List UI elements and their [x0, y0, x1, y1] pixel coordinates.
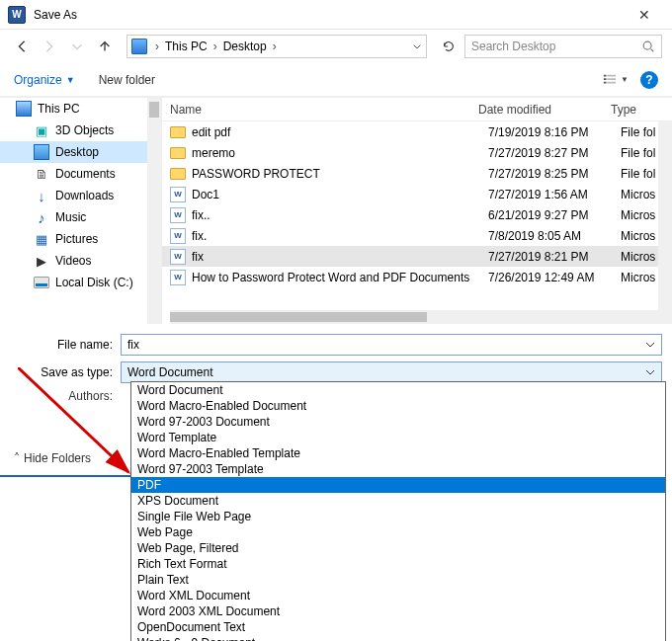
saveas-option[interactable]: Word Macro-Enabled Document: [131, 398, 665, 414]
saveas-option[interactable]: Single File Web Page: [131, 509, 665, 524]
saveas-type-select[interactable]: Word Document: [121, 361, 662, 383]
saveas-option[interactable]: Plain Text: [131, 572, 665, 588]
tree-label: Desktop: [55, 145, 99, 159]
vertical-scrollbar[interactable]: [658, 121, 672, 324]
saveas-option[interactable]: Word 97-2003 Document: [131, 414, 665, 430]
hide-folders-button[interactable]: ˄ Hide Folders: [14, 451, 91, 465]
nav-bar: › This PC › Desktop › Search Desktop: [0, 30, 672, 63]
tree-item-3d-objects[interactable]: ▣ 3D Objects: [0, 120, 161, 141]
tree-item-this-pc[interactable]: This PC: [0, 98, 161, 120]
tree-item-documents[interactable]: 🗎 Documents: [0, 163, 161, 185]
organize-button[interactable]: Organize ▼: [14, 73, 75, 87]
svg-rect-1: [604, 74, 607, 76]
breadcrumb-segment-desktop[interactable]: Desktop: [221, 40, 269, 53]
word-app-icon: W: [8, 6, 26, 24]
tree-label: This PC: [38, 102, 80, 116]
saveas-option[interactable]: Word 97-2003 Template: [131, 461, 665, 477]
file-row[interactable]: PASSWORD PROTECT7/27/2019 8:25 PMFile fo…: [162, 163, 672, 184]
file-row[interactable]: Wfix7/27/2019 8:21 PMMicros: [162, 246, 672, 267]
saveas-option[interactable]: Rich Text Format: [131, 556, 665, 572]
saveas-option[interactable]: Web Page: [131, 524, 665, 540]
saveas-label: Save as type:: [30, 365, 121, 379]
chevron-right-icon: ›: [211, 40, 219, 53]
tree-item-downloads[interactable]: ↓ Downloads: [0, 185, 161, 206]
refresh-icon: [442, 40, 456, 53]
refresh-button[interactable]: [437, 35, 461, 58]
word-doc-icon: W: [170, 249, 186, 265]
title-bar: W Save As ✕: [0, 0, 672, 30]
tree-item-music[interactable]: ♪ Music: [0, 206, 161, 228]
file-name: fix..: [192, 208, 488, 222]
header-type[interactable]: Type: [611, 103, 672, 117]
tree-item-desktop[interactable]: Desktop: [0, 141, 161, 163]
folder-icon: [170, 126, 186, 138]
saveas-option[interactable]: Word XML Document: [131, 588, 665, 603]
file-date: 7/19/2019 8:16 PM: [488, 125, 621, 139]
svg-rect-6: [607, 81, 616, 83]
header-date[interactable]: Date modified: [478, 103, 611, 117]
file-row[interactable]: WDoc17/27/2019 1:56 AMMicros: [162, 184, 672, 204]
breadcrumb[interactable]: › This PC › Desktop ›: [126, 35, 427, 58]
saveas-option[interactable]: PDF: [131, 477, 665, 493]
search-input[interactable]: Search Desktop: [464, 35, 662, 58]
recent-dropdown[interactable]: [65, 35, 89, 58]
chevron-down-icon[interactable]: [645, 340, 655, 350]
svg-rect-5: [604, 81, 607, 83]
filename-input[interactable]: fix: [121, 334, 662, 356]
saveas-option[interactable]: OpenDocument Text: [131, 619, 665, 635]
saveas-option[interactable]: XPS Document: [131, 493, 665, 509]
word-doc-icon: W: [170, 270, 186, 285]
horizontal-scrollbar[interactable]: [170, 310, 658, 324]
chevron-right-icon: ›: [271, 40, 279, 53]
disk-icon: [34, 277, 49, 288]
saveas-type-dropdown[interactable]: Word DocumentWord Macro-Enabled Document…: [130, 381, 666, 641]
file-row[interactable]: meremo7/27/2019 8:27 PMFile fol: [162, 142, 672, 163]
file-name: fix: [192, 250, 488, 264]
svg-rect-2: [607, 74, 616, 76]
up-button[interactable]: [93, 35, 117, 58]
file-date: 7/27/2019 8:21 PM: [488, 250, 621, 264]
file-row[interactable]: Wfix..6/21/2019 9:27 PMMicros: [162, 204, 672, 225]
videos-icon: ▶: [34, 253, 49, 269]
search-placeholder: Search Desktop: [471, 40, 555, 53]
new-folder-button[interactable]: New folder: [99, 73, 155, 87]
view-button[interactable]: ▼: [601, 73, 629, 87]
chevron-down-icon: [412, 41, 422, 51]
breadcrumb-dropdown[interactable]: [412, 41, 422, 51]
tree-label: Downloads: [55, 189, 114, 202]
back-button[interactable]: [10, 35, 34, 58]
file-row[interactable]: edit pdf7/19/2019 8:16 PMFile fol: [162, 121, 672, 142]
header-name[interactable]: Name: [162, 103, 478, 117]
saveas-option[interactable]: Word Template: [131, 430, 665, 445]
pc-icon: [131, 39, 147, 54]
list-body: edit pdf7/19/2019 8:16 PMFile folmeremo7…: [162, 121, 672, 311]
forward-button[interactable]: [38, 35, 61, 58]
tree-scrollbar[interactable]: [147, 98, 161, 324]
help-button[interactable]: ?: [640, 71, 658, 89]
scrollbar-thumb[interactable]: [149, 102, 159, 118]
breadcrumb-segment-pc[interactable]: This PC: [163, 40, 210, 53]
file-name: fix.: [192, 229, 488, 243]
nav-tree[interactable]: This PC ▣ 3D Objects Desktop 🗎 Documents…: [0, 98, 162, 324]
file-name: PASSWORD PROTECT: [192, 167, 488, 181]
svg-rect-4: [607, 78, 616, 80]
word-doc-icon: W: [170, 207, 186, 223]
saveas-option[interactable]: Works 6 - 9 Document: [131, 635, 665, 641]
toolbar: Organize ▼ New folder ▼ ?: [0, 63, 672, 97]
saveas-option[interactable]: Word Document: [131, 382, 665, 398]
tree-item-videos[interactable]: ▶ Videos: [0, 250, 161, 272]
close-button[interactable]: ✕: [625, 1, 664, 29]
scrollbar-thumb[interactable]: [170, 312, 427, 322]
saveas-option[interactable]: Word Macro-Enabled Template: [131, 445, 665, 461]
tree-item-local-disk[interactable]: Local Disk (C:): [0, 272, 161, 293]
tree-item-pictures[interactable]: ▦ Pictures: [0, 228, 161, 250]
file-row[interactable]: WHow to Password Protect Word and PDF Do…: [162, 267, 672, 287]
authors-label: Authors:: [30, 389, 121, 403]
saveas-option[interactable]: Web Page, Filtered: [131, 540, 665, 556]
folder-icon: [170, 147, 186, 159]
documents-icon: 🗎: [34, 166, 49, 182]
saveas-option[interactable]: Word 2003 XML Document: [131, 603, 665, 619]
window-title: Save As: [34, 8, 625, 22]
details-view-icon: [601, 73, 619, 87]
file-row[interactable]: Wfix.7/8/2019 8:05 AMMicros: [162, 225, 672, 246]
